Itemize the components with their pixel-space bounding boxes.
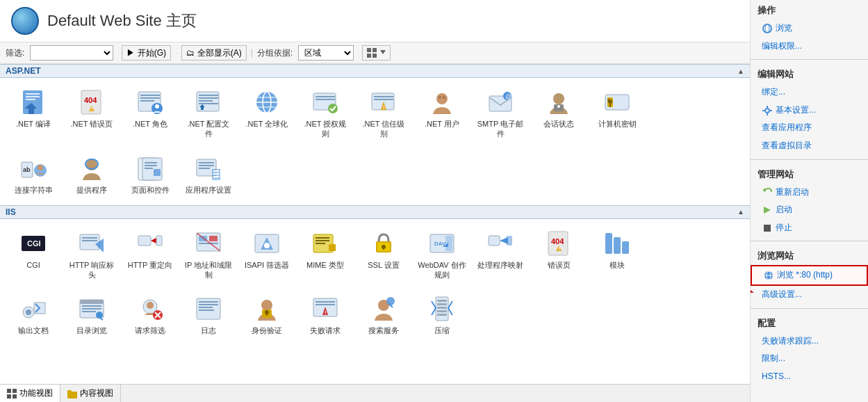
webdav-label: WebDAV 创作规则 (418, 260, 466, 280)
webdav-item[interactable]: DAV WebDAV 创作规则 (414, 225, 470, 285)
search-svc-item[interactable]: 搜索服务 (356, 290, 411, 340)
stop-icon (762, 223, 773, 234)
svg-point-153 (765, 108, 769, 113)
provider-item[interactable]: 提供程序 (64, 150, 120, 200)
fail-req-item[interactable]: ! 失败请求 (297, 290, 353, 340)
svg-rect-63 (145, 168, 153, 169)
view-button[interactable] (362, 45, 391, 61)
svg-rect-31 (316, 99, 335, 100)
conn-string-item[interactable]: ab 连接字符串 (6, 150, 61, 200)
start-action[interactable]: 启动 (751, 201, 868, 219)
hsts-label: HSTS... (762, 369, 791, 385)
svg-rect-148 (13, 394, 17, 399)
ip-domain-item[interactable]: IP 地址和域限制 (181, 225, 236, 285)
output-item[interactable]: 输出文档 (6, 290, 61, 340)
machine-key-item[interactable]: 计算机密钥 (589, 83, 645, 144)
http-resp-item[interactable]: HTTP 响应标头 (64, 225, 120, 285)
start-button[interactable]: ▶ 开始(G) (122, 45, 171, 61)
req-filter-label: 请求筛选 (135, 325, 165, 335)
session-item[interactable]: 会话状态 (531, 83, 587, 144)
svg-rect-111 (80, 300, 104, 304)
iis-collapse-icon[interactable]: ▲ (737, 208, 744, 216)
log-item[interactable]: 日志 (181, 290, 236, 340)
handler-item[interactable]: 处理程序映射 (473, 225, 528, 285)
advanced-settings-action[interactable]: 高级设置... (751, 286, 868, 304)
svg-rect-16 (140, 100, 154, 102)
smtp-item[interactable]: @ SMTP 电子邮件 (473, 83, 528, 144)
svg-point-127 (261, 300, 272, 311)
log-icon (195, 295, 222, 323)
net-auth-item[interactable]: .NET 授权规则 (297, 83, 353, 144)
limits-action[interactable]: 限制... (751, 350, 868, 368)
module-item[interactable]: 模块 (589, 225, 645, 285)
http-redirect-item[interactable]: HTTP 重定向 (122, 225, 178, 285)
content-view-tab[interactable]: 内容视图 (60, 385, 121, 402)
svg-rect-88 (316, 237, 329, 239)
group-select[interactable]: 区域 (298, 45, 354, 61)
site-icon (11, 7, 39, 35)
edit-perms-action[interactable]: 编辑权限... (751, 38, 868, 56)
mime-type-icon (311, 230, 339, 257)
net-auth-icon (311, 88, 339, 116)
svg-rect-143 (437, 310, 447, 312)
feature-view-tab[interactable]: 功能视图 (0, 385, 60, 402)
svg-rect-7 (26, 96, 40, 97)
svg-rect-15 (140, 97, 160, 99)
error-page-item[interactable]: 404 ! 错误页 (531, 225, 587, 285)
restart-icon (762, 186, 773, 198)
req-filter-item[interactable]: 请求筛选 (122, 290, 178, 340)
svg-rect-106 (614, 237, 621, 254)
hsts-action[interactable]: HSTS... (751, 368, 868, 386)
svg-rect-90 (316, 243, 325, 244)
net-error-item[interactable]: 404 ! .NET 错误页 (64, 83, 120, 144)
output-icon (19, 295, 47, 323)
svg-point-38 (436, 93, 448, 104)
svg-rect-150 (67, 390, 72, 393)
svg-rect-68 (199, 168, 210, 169)
ssl-label: SSL 设置 (368, 260, 399, 270)
net-role-item[interactable]: .NET 角色 (122, 83, 178, 144)
app-settings-item[interactable]: 应用程序设置 (181, 150, 236, 200)
stop-action[interactable]: 停止 (751, 219, 868, 237)
browse-icon (762, 23, 773, 34)
net-user-item[interactable]: .NET 用户 (414, 83, 470, 144)
feature-view-label: 功能视图 (19, 387, 53, 399)
net-compile-item[interactable]: .NET 编译 (6, 83, 61, 144)
config-title: 配置 (751, 313, 868, 332)
content-scroll[interactable]: ASP.NET ▲ .NET 编译 (0, 64, 750, 384)
svg-rect-66 (199, 162, 214, 163)
session-label: 会话状态 (543, 119, 574, 129)
restart-action[interactable]: 重新启动 (751, 184, 868, 202)
net-trust-item[interactable]: ! .NET 信任级别 (356, 83, 411, 144)
cgi-item[interactable]: CGI CGI (6, 225, 61, 285)
net-config-item[interactable]: .NET 配置文件 (181, 83, 236, 144)
svg-rect-133 (316, 304, 335, 305)
svg-rect-30 (316, 96, 335, 97)
isapi-filter-item[interactable]: ISAPI 筛选器 (239, 225, 295, 285)
filter-select[interactable] (30, 45, 113, 61)
aspnet-collapse-icon[interactable]: ▲ (737, 67, 744, 75)
bind-action[interactable]: 绑定... (751, 83, 868, 102)
ssl-item[interactable]: SSL 设置 (356, 225, 411, 285)
net-global-item[interactable]: .NET 全球化 (239, 83, 295, 144)
view-vdir-action[interactable]: 查看虚拟目录 (751, 137, 868, 155)
module-label: 模块 (609, 260, 625, 270)
browse-80-action[interactable]: 浏览 *:80 (http) (751, 265, 868, 286)
svg-rect-126 (199, 309, 214, 311)
svg-point-151 (763, 24, 771, 33)
aspnet-icons-row2: ab 连接字符串 (0, 150, 750, 205)
svg-rect-114 (82, 311, 96, 312)
mime-type-item[interactable]: MIME 类型 (297, 225, 353, 285)
show-all-button[interactable]: 🗂 全部显示(A) (181, 45, 246, 61)
net-error-label: .NET 错误页 (71, 119, 113, 129)
fail-tracking-action[interactable]: 失败请求跟踪... (751, 332, 868, 351)
basic-settings-action[interactable]: 基本设置... (751, 102, 868, 120)
svg-point-86 (264, 243, 270, 248)
view-app-action[interactable]: 查看应用程序 (751, 119, 868, 137)
svg-point-118 (147, 302, 154, 309)
browse-action[interactable]: 浏览 (751, 19, 868, 38)
dir-browse-item[interactable]: 目录浏览 (64, 290, 120, 340)
compress-item[interactable]: 压缩 (414, 290, 470, 340)
pages-ctrl-item[interactable]: 页面和控件 (122, 150, 178, 200)
auth-item[interactable]: 身份验证 (239, 290, 295, 340)
